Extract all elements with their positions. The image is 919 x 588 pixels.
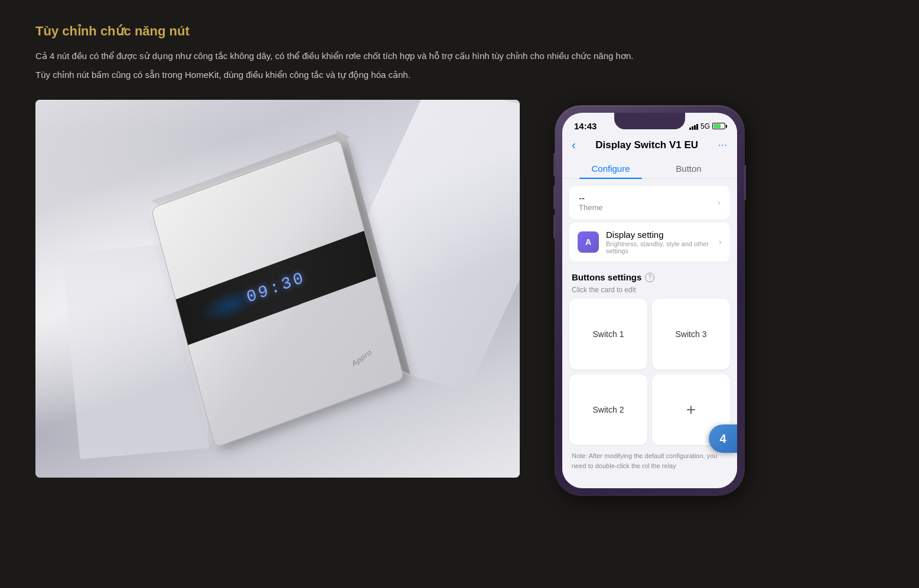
floating-circle[interactable]: 4 (709, 424, 737, 453)
phone-side-button-left-1 (553, 153, 555, 177)
phone-side-button-left-3 (553, 215, 555, 239)
buttons-settings-header: Buttons settings ? (562, 265, 737, 286)
buttons-settings-subtitle: Click the card to edit (562, 286, 737, 299)
app-tabs: Configure Button (562, 158, 737, 179)
app-header-title: Display Switch V1 EU (595, 139, 698, 151)
page-container: Tùy chỉnh chức năng nút Cả 4 nút đều có … (0, 0, 919, 588)
switch-time: 09:30 (245, 269, 307, 308)
page-title: Tùy chỉnh chức năng nút (35, 24, 884, 39)
phone-outer: 14:43 5G (555, 106, 744, 495)
app-note: Note: After modifying the default config… (562, 445, 737, 476)
theme-value: -- (579, 193, 718, 203)
description-2: Tùy chỉnh nút bấm cũng có sẵn trong Home… (35, 67, 803, 83)
switch-grid: Switch 1 Switch 3 Switch 2 + (562, 299, 737, 445)
tab-configure[interactable]: Configure (572, 158, 650, 178)
switch-3-card[interactable]: Switch 3 (652, 299, 730, 370)
network-label: 5G (700, 122, 710, 130)
more-button[interactable]: ··· (718, 140, 728, 151)
display-setting-chevron: › (719, 237, 722, 247)
switch-1-card[interactable]: Switch 1 (569, 299, 647, 370)
battery-icon (712, 123, 725, 129)
phone-container: 14:43 5G (555, 106, 756, 495)
switch-2-card[interactable]: Switch 2 (569, 374, 647, 445)
buttons-settings-title: Buttons settings (572, 272, 641, 282)
phone-notch (614, 113, 685, 129)
theme-label: Theme (579, 203, 718, 212)
back-button[interactable]: ‹ (572, 138, 576, 152)
signal-bar-4 (696, 124, 698, 130)
app-header: ‹ Display Switch V1 EU ··· (562, 133, 737, 158)
display-setting-subtitle: Brightness, standby, style and other set… (606, 240, 712, 254)
phone-side-button-right (744, 165, 746, 200)
switch-display-strip: 09:30 (176, 231, 377, 345)
signal-bars (689, 123, 698, 130)
product-image: 09:30 Appro (35, 100, 520, 478)
description-1: Cả 4 nút đều có thể được sử dụng như côn… (35, 48, 803, 64)
content-row: 09:30 Appro 14:43 (35, 100, 884, 495)
switch-logo: Appro (350, 348, 373, 368)
status-time: 14:43 (574, 121, 597, 131)
help-icon[interactable]: ? (645, 273, 654, 282)
phone-screen: 14:43 5G (562, 113, 737, 488)
signal-bar-1 (689, 128, 691, 130)
signal-bar-3 (694, 125, 696, 130)
status-icons: 5G (689, 122, 725, 130)
display-setting-title: Display setting (606, 230, 712, 240)
tab-button[interactable]: Button (650, 158, 728, 178)
display-setting-icon: A (578, 231, 599, 253)
theme-setting-row[interactable]: -- Theme › (569, 186, 730, 219)
display-setting-row[interactable]: A Display setting Brightness, standby, s… (569, 223, 730, 262)
theme-setting-inner: -- Theme (579, 193, 718, 212)
theme-chevron: › (718, 197, 721, 208)
phone-side-button-left-2 (553, 185, 555, 209)
display-setting-text: Display setting Brightness, standby, sty… (606, 230, 712, 254)
add-switch-icon: + (686, 400, 696, 419)
signal-bar-2 (692, 126, 693, 130)
battery-fill (713, 124, 721, 128)
